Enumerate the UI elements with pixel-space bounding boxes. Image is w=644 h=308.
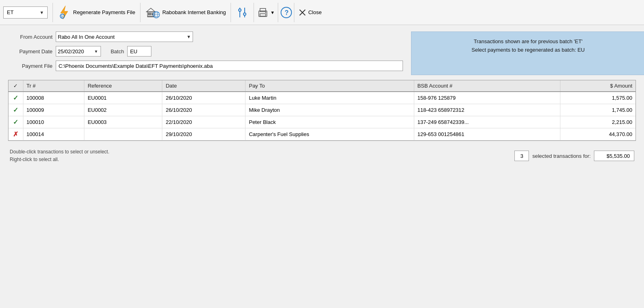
row-tr-num: 100009 xyxy=(23,104,84,116)
col-check: ✓ xyxy=(8,80,23,92)
regenerate-label: Regenerate Payments File xyxy=(73,9,135,15)
from-account-row: From Account Rabo All In One Account ▼ xyxy=(8,31,403,42)
print-dropdown-arrow: ▼ xyxy=(270,10,275,15)
bank-globe-icon xyxy=(145,5,160,20)
total-amount: $5,535.00 xyxy=(594,151,634,161)
regenerate-button[interactable]: $ Regenerate Payments File xyxy=(52,3,141,22)
selected-count: 3 xyxy=(514,151,529,161)
check-mark: ✓ xyxy=(13,107,18,113)
svg-rect-23 xyxy=(265,12,266,13)
selected-label: selected transactions for: xyxy=(532,153,591,159)
row-check: ✓ xyxy=(8,92,23,104)
row-pay-to: Luke Martin xyxy=(245,92,414,104)
row-reference: EU0003 xyxy=(84,116,162,128)
svg-text:?: ? xyxy=(285,9,289,16)
row-date: 22/10/2020 xyxy=(162,116,245,128)
row-tr-num: 100014 xyxy=(23,128,84,140)
row-bsb: 158-976 125879 xyxy=(414,92,560,104)
row-pay-to: Mike Drayton xyxy=(245,104,414,116)
print-button[interactable]: ▼ xyxy=(254,3,278,22)
hint-line2: Right-click to select all. xyxy=(10,156,109,163)
form-left: From Account Rabo All In One Account ▼ P… xyxy=(8,31,403,75)
row-bsb: 129-653 001254861 xyxy=(414,128,560,140)
row-amount: 2,215.00 xyxy=(560,116,636,128)
row-amount: 1,575.00 xyxy=(560,92,636,104)
row-check: ✓ xyxy=(8,104,23,116)
settings-button[interactable] xyxy=(231,3,254,22)
help-button[interactable]: ? xyxy=(278,3,294,22)
table-row[interactable]: ✗ 100014 29/10/2020 Carpenter's Fuel Sup… xyxy=(8,128,636,140)
row-reference: EU0001 xyxy=(84,92,162,104)
row-pay-to: Peter Black xyxy=(245,116,414,128)
check-mark: ✓ xyxy=(13,119,18,126)
row-amount: 1,745.00 xyxy=(560,104,636,116)
row-pay-to: Carpenter's Fuel Supplies xyxy=(245,128,414,140)
payment-date-row: Payment Date ▼ Batch xyxy=(8,46,403,57)
row-date: 26/10/2020 xyxy=(162,104,245,116)
date-input-wrap[interactable]: ▼ xyxy=(56,46,101,57)
batch-input[interactable] xyxy=(127,46,151,57)
account-dropdown-arrow: ▼ xyxy=(187,34,191,39)
svg-point-17 xyxy=(243,13,246,15)
row-reference: EU0002 xyxy=(84,104,162,116)
from-account-label: From Account xyxy=(8,34,52,40)
main-content: From Account Rabo All In One Account ▼ P… xyxy=(0,25,644,167)
hint-line1: Double-click transactions to select or u… xyxy=(10,148,109,156)
table-row[interactable]: ✓ 100008 EU0001 26/10/2020 Luke Martin 1… xyxy=(8,92,636,104)
col-bsb: BSB Account # xyxy=(414,80,560,92)
close-label: Close xyxy=(308,9,321,15)
table-header-row: ✓ Tr # Reference Date Pay To BSB Account… xyxy=(8,80,636,92)
close-button[interactable]: Close xyxy=(294,3,326,22)
footer: Double-click transactions to select or u… xyxy=(8,144,636,163)
svg-rect-5 xyxy=(148,13,149,15)
rabobank-button[interactable]: Rabobank Internet Banking xyxy=(141,3,231,22)
payment-date-input[interactable] xyxy=(58,48,93,54)
table-row[interactable]: ✓ 100009 EU0002 26/10/2020 Mike Drayton … xyxy=(8,104,636,116)
date-dropdown-arrow[interactable]: ▼ xyxy=(93,49,99,54)
transactions-table-container: ✓ Tr # Reference Date Pay To BSB Account… xyxy=(8,80,636,141)
account-dropdown[interactable]: Rabo All In One Account xyxy=(58,34,187,40)
transactions-table: ✓ Tr # Reference Date Pay To BSB Account… xyxy=(8,80,636,140)
table-body: ✓ 100008 EU0001 26/10/2020 Luke Martin 1… xyxy=(8,92,636,140)
payment-file-input[interactable] xyxy=(56,61,403,71)
close-icon xyxy=(299,9,306,16)
col-tr-num: Tr # xyxy=(23,80,84,92)
col-date: Date xyxy=(162,80,245,92)
payment-date-label: Payment Date xyxy=(8,48,52,54)
payment-file-row: Payment File xyxy=(8,61,403,71)
batch-dropdown[interactable]: ET ▼ xyxy=(3,6,48,19)
info-line2: Select payments to be regenerated as bat… xyxy=(420,46,637,54)
info-line1: Transactions shown are for previous batc… xyxy=(420,38,637,46)
col-amount: $ Amount xyxy=(560,80,636,92)
row-amount: 44,370.00 xyxy=(560,128,636,140)
payment-file-label: Payment File xyxy=(8,63,52,69)
row-tr-num: 100008 xyxy=(23,92,84,104)
svg-rect-22 xyxy=(260,14,266,16)
svg-text:$: $ xyxy=(61,15,63,18)
print-icon xyxy=(257,7,269,18)
col-reference: Reference xyxy=(84,80,162,92)
svg-marker-4 xyxy=(147,8,155,12)
row-date: 26/10/2020 xyxy=(162,92,245,104)
col-pay-to: Pay To xyxy=(245,80,414,92)
batch-dropdown-arrow: ▼ xyxy=(40,10,44,15)
footer-right: 3 selected transactions for: $5,535.00 xyxy=(514,151,634,161)
lightning-icon: $ xyxy=(58,5,71,20)
batch-label: Batch xyxy=(111,48,124,54)
svg-rect-21 xyxy=(260,8,266,12)
row-check: ✓ xyxy=(8,116,23,128)
check-mark: ✓ xyxy=(13,94,18,101)
row-reference xyxy=(84,128,162,140)
sliders-icon xyxy=(237,7,248,18)
from-account-select[interactable]: Rabo All In One Account ▼ xyxy=(56,31,193,42)
batch-select[interactable]: ET xyxy=(7,9,40,15)
row-check: ✗ xyxy=(8,128,23,140)
rabobank-label: Rabobank Internet Banking xyxy=(162,9,226,15)
row-bsb: 137-249 658742339... xyxy=(414,116,560,128)
svg-point-14 xyxy=(239,9,241,11)
svg-rect-7 xyxy=(151,13,153,15)
check-mark: ✗ xyxy=(13,131,18,138)
table-row[interactable]: ✓ 100010 EU0003 22/10/2020 Peter Black 1… xyxy=(8,116,636,128)
row-date: 29/10/2020 xyxy=(162,128,245,140)
info-box: Transactions shown are for previous batc… xyxy=(411,31,644,75)
